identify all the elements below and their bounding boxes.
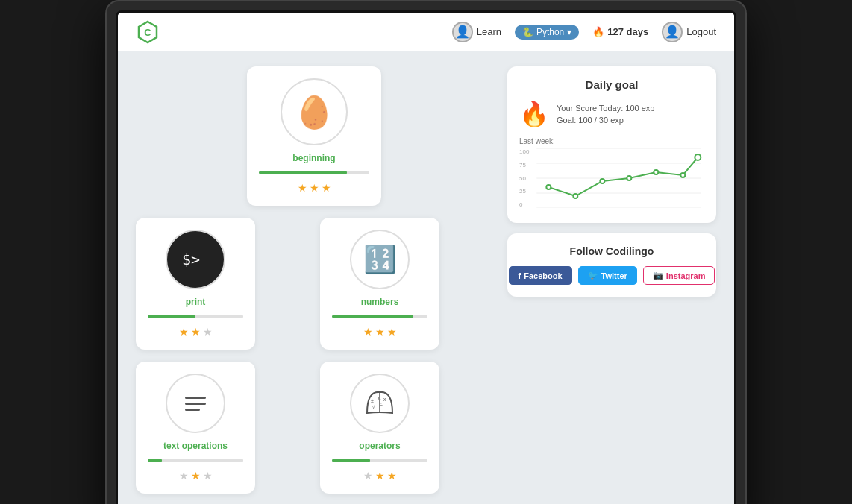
- y-0: 0: [519, 201, 529, 208]
- facebook-icon: f: [519, 271, 521, 280]
- lesson-card-numbers[interactable]: 🔢 numbers ★ ★ ★: [320, 218, 439, 350]
- star-2: ★: [375, 470, 385, 482]
- y-25: 25: [519, 188, 529, 195]
- lesson-card-operators[interactable]: ± π x ÷ √ operators ★ ★ ★: [320, 362, 439, 494]
- operators-progress-bar: [332, 459, 427, 462]
- goal-text-label: Goal: 100 / 30 exp: [557, 114, 654, 127]
- streak-label: 127 days: [607, 26, 648, 37]
- text-operations-progress-fill: [148, 459, 162, 462]
- y-100: 100: [519, 148, 529, 155]
- follow-title: Follow Codilingo: [519, 245, 704, 257]
- star-3: ★: [387, 470, 397, 482]
- text-operations-progress-bar: [148, 459, 243, 462]
- navbar: C 👤 Learn 🐍 Python ▾ 🔥 127 da: [118, 13, 734, 51]
- numbers-icon: 🔢: [350, 230, 410, 289]
- python-icon: 🐍: [522, 27, 533, 37]
- streak-nav-item: 🔥 127 days: [592, 26, 648, 37]
- user-avatar: 👤: [452, 22, 473, 42]
- star-2: ★: [375, 326, 385, 338]
- chart-y-axis: 100 75 50 25 0: [519, 148, 530, 208]
- lesson-card-beginning[interactable]: 🥚 beginning ★ ★ ★: [247, 66, 381, 206]
- svg-point-16: [547, 185, 551, 189]
- operators-icon: ± π x ÷ √: [350, 374, 410, 433]
- text-operations-title: text operations: [163, 441, 228, 451]
- star-1: ★: [298, 182, 307, 194]
- text-operations-icon: [166, 374, 225, 433]
- goal-text: Your Score Today: 100 exp Goal: 100 / 30…: [557, 102, 654, 127]
- flame-icon: 🔥: [592, 26, 604, 37]
- svg-rect-3: [185, 403, 206, 405]
- print-progress-bar: [148, 315, 243, 318]
- numbers-title: numbers: [361, 297, 399, 307]
- logout-label: Logout: [686, 26, 716, 37]
- twitter-label: Twitter: [601, 271, 627, 280]
- svg-text:÷: ÷: [380, 403, 383, 408]
- svg-point-20: [654, 170, 659, 174]
- follow-card: Follow Codilingo f Facebook 🐦 Twitter 📷: [507, 233, 716, 297]
- instagram-icon: 📷: [653, 271, 663, 280]
- print-title: print: [186, 297, 206, 307]
- python-label: Python: [536, 27, 564, 37]
- python-nav-item[interactable]: 🐍 Python ▾: [515, 25, 579, 40]
- svg-point-18: [601, 179, 605, 183]
- star-3: ★: [322, 182, 331, 194]
- chart-svg: Sun Mon Tue Wed Thu Fri Sat: [533, 148, 704, 208]
- lessons-panel: 🥚 beginning ★ ★ ★: [136, 66, 492, 494]
- svg-text:√: √: [372, 405, 375, 409]
- learn-label: Learn: [477, 26, 501, 37]
- operators-progress-fill: [332, 459, 370, 462]
- twitter-button[interactable]: 🐦 Twitter: [578, 266, 637, 285]
- chevron-down-icon: ▾: [567, 27, 571, 37]
- twitter-icon: 🐦: [588, 271, 598, 280]
- svg-rect-2: [185, 397, 206, 399]
- learn-nav-item[interactable]: 👤 Learn: [452, 22, 501, 42]
- y-50: 50: [519, 175, 529, 182]
- numbers-progress-fill: [332, 315, 413, 318]
- beginning-title: beginning: [292, 153, 335, 163]
- instagram-button[interactable]: 📷 Instagram: [643, 266, 715, 285]
- instagram-label: Instagram: [666, 271, 706, 280]
- lesson-card-print[interactable]: $>_ print ★ ★ ★: [136, 218, 255, 350]
- svg-text:±: ±: [371, 398, 374, 403]
- app-logo[interactable]: C: [136, 20, 160, 44]
- star-3: ★: [203, 470, 213, 482]
- star-2: ★: [191, 326, 201, 338]
- daily-goal-title: Daily goal: [519, 78, 704, 91]
- star-1: ★: [179, 326, 189, 338]
- last-week-label: Last week:: [519, 137, 704, 145]
- operators-title: operators: [359, 441, 400, 451]
- numbers-progress-bar: [332, 315, 427, 318]
- goal-header: 🔥 Your Score Today: 100 exp Goal: 100 / …: [519, 100, 704, 128]
- beginning-icon: 🥚: [281, 78, 348, 145]
- svg-text:π: π: [378, 395, 381, 400]
- navbar-right: 👤 Learn 🐍 Python ▾ 🔥 127 days 👤: [452, 22, 716, 42]
- facebook-label: Facebook: [524, 271, 562, 280]
- text-operations-stars: ★ ★ ★: [179, 470, 213, 482]
- chart-area: Last week: 100 75 50 25 0: [519, 137, 704, 211]
- beginning-progress-bar: [259, 171, 369, 174]
- fire-icon: 🔥: [519, 100, 549, 128]
- laptop-frame: C 👤 Learn 🐍 Python ▾ 🔥 127 da: [105, 0, 747, 504]
- beginning-stars: ★ ★ ★: [298, 182, 331, 194]
- chart-wrapper: 100 75 50 25 0: [519, 148, 704, 211]
- beginning-card-wrapper: 🥚 beginning ★ ★ ★: [136, 66, 492, 206]
- numbers-stars: ★ ★ ★: [363, 326, 397, 338]
- print-stars: ★ ★ ★: [179, 326, 213, 338]
- svg-rect-4: [185, 409, 200, 411]
- star-1: ★: [363, 470, 373, 482]
- logout-nav-item[interactable]: 👤 Logout: [662, 22, 716, 42]
- laptop-screen: C 👤 Learn 🐍 Python ▾ 🔥 127 da: [116, 10, 736, 504]
- daily-goal-card: Daily goal 🔥 Your Score Today: 100 exp G…: [507, 66, 716, 223]
- beginning-progress-fill: [259, 171, 347, 174]
- star-2: ★: [191, 470, 201, 482]
- svg-point-21: [681, 173, 686, 177]
- lesson-card-text-operations[interactable]: text operations ★ ★ ★: [136, 362, 255, 494]
- star-2: ★: [310, 182, 319, 194]
- chart-svg-container: Sun Mon Tue Wed Thu Fri Sat: [533, 148, 704, 211]
- star-1: ★: [363, 326, 373, 338]
- star-3: ★: [203, 326, 213, 338]
- star-3: ★: [387, 326, 397, 338]
- facebook-button[interactable]: f Facebook: [509, 266, 572, 285]
- right-panel: Daily goal 🔥 Your Score Today: 100 exp G…: [507, 66, 716, 494]
- svg-point-17: [574, 194, 578, 198]
